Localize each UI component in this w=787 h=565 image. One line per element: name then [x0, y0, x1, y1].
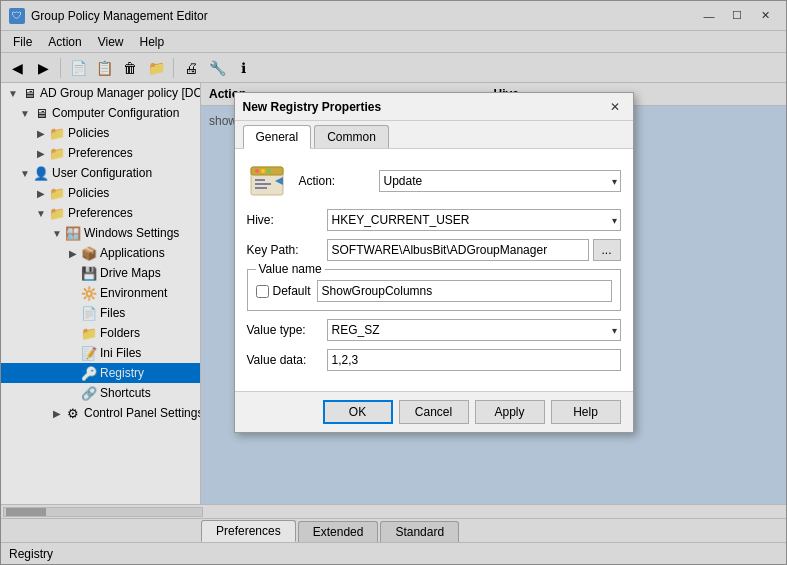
dialog-tab-common[interactable]: Common	[314, 125, 389, 148]
hive-label: Hive:	[247, 213, 327, 227]
value-data-input[interactable]	[327, 349, 621, 371]
value-type-row: Value type: REG_SZ REG_EXPAND_SZ REG_DWO…	[247, 319, 621, 341]
modal-overlay: New Registry Properties ✕ General Common	[0, 0, 787, 565]
dialog-new-registry: New Registry Properties ✕ General Common	[234, 92, 634, 433]
hive-select[interactable]: HKEY_CURRENT_USER HKEY_CLASSES_ROOT HKEY…	[327, 209, 621, 231]
action-row: Action: Update Create Delete Replace	[247, 161, 621, 201]
dialog-buttons: OK Cancel Apply Help	[235, 391, 633, 432]
svg-rect-7	[255, 187, 267, 189]
hive-row: Hive: HKEY_CURRENT_USER HKEY_CLASSES_ROO…	[247, 209, 621, 231]
svg-rect-5	[255, 179, 265, 181]
value-data-row: Value data:	[247, 349, 621, 371]
value-type-select[interactable]: REG_SZ REG_EXPAND_SZ REG_DWORD REG_QWORD…	[327, 319, 621, 341]
svg-point-4	[267, 169, 271, 173]
dialog-content: Action: Update Create Delete Replace Hiv…	[235, 149, 633, 391]
dialog-title: New Registry Properties	[243, 100, 605, 114]
dialog-title-bar: New Registry Properties ✕	[235, 93, 633, 121]
default-label: Default	[273, 284, 311, 298]
registry-dialog-icon	[247, 161, 287, 201]
hive-select-wrapper: HKEY_CURRENT_USER HKEY_CLASSES_ROOT HKEY…	[327, 209, 621, 231]
svg-point-3	[261, 169, 265, 173]
key-path-row: Key Path: ...	[247, 239, 621, 261]
value-name-input[interactable]	[317, 280, 612, 302]
svg-point-2	[255, 169, 259, 173]
value-name-group: Value name Default	[247, 269, 621, 311]
cancel-button[interactable]: Cancel	[399, 400, 469, 424]
value-type-select-wrapper: REG_SZ REG_EXPAND_SZ REG_DWORD REG_QWORD…	[327, 319, 621, 341]
dialog-tab-general[interactable]: General	[243, 125, 312, 149]
key-path-input[interactable]	[327, 239, 589, 261]
key-path-label: Key Path:	[247, 243, 327, 257]
ok-button[interactable]: OK	[323, 400, 393, 424]
action-label: Action:	[299, 174, 379, 188]
default-checkbox[interactable]	[256, 285, 269, 298]
browse-button[interactable]: ...	[593, 239, 621, 261]
dialog-tabs: General Common	[235, 121, 633, 149]
dialog-close-button[interactable]: ✕	[605, 98, 625, 116]
apply-button[interactable]: Apply	[475, 400, 545, 424]
help-button[interactable]: Help	[551, 400, 621, 424]
value-type-label: Value type:	[247, 323, 327, 337]
value-name-group-label: Value name	[256, 262, 325, 276]
action-select-wrapper: Update Create Delete Replace	[379, 170, 621, 192]
action-select[interactable]: Update Create Delete Replace	[379, 170, 621, 192]
default-checkbox-row: Default	[256, 280, 612, 302]
svg-rect-6	[255, 183, 271, 185]
value-data-label: Value data:	[247, 353, 327, 367]
